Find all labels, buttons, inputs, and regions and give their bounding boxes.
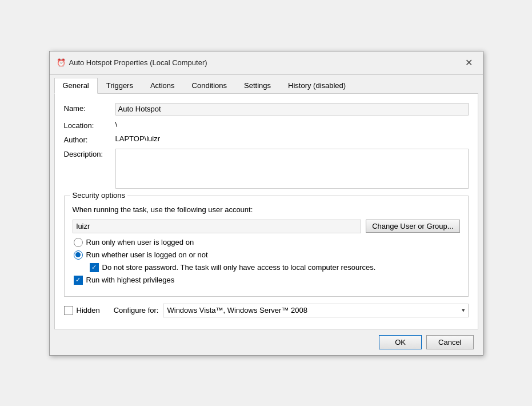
dialog-window: ⏰ Auto Hotspot Properties (Local Compute… — [49, 51, 483, 356]
location-row: Location: \ — [64, 120, 469, 130]
radio-logged-on-row[interactable]: Run only when user is logged on — [73, 238, 460, 247]
tab-history[interactable]: History (disabled) — [279, 78, 354, 94]
configure-for-select[interactable]: Windows Vista™, Windows Server™ 2008 Win… — [163, 304, 468, 317]
hidden-label: Hidden — [77, 306, 100, 315]
user-account-row: Change User or Group... — [73, 220, 460, 233]
user-account-input[interactable] — [73, 220, 362, 233]
configure-for-label: Configure for: — [114, 306, 159, 315]
hidden-checkbox[interactable] — [64, 306, 73, 315]
description-label: Description: — [64, 149, 115, 158]
close-button[interactable]: ✕ — [462, 56, 476, 70]
tab-triggers[interactable]: Triggers — [98, 78, 142, 94]
highest-privileges-label: Run with highest privileges — [86, 276, 175, 284]
location-value: \ — [115, 120, 469, 129]
footer: OK Cancel — [50, 329, 483, 355]
tab-general[interactable]: General — [54, 78, 98, 94]
radio-not-logged-on-label: Run whether user is logged on or not — [86, 250, 208, 259]
author-value: LAPTOP\luizr — [115, 134, 469, 143]
highest-privileges-checkbox[interactable] — [74, 276, 83, 285]
change-user-button[interactable]: Change User or Group... — [366, 220, 459, 233]
author-row: Author: LAPTOP\luizr — [64, 134, 469, 144]
title-bar: ⏰ Auto Hotspot Properties (Local Compute… — [50, 51, 483, 75]
name-label: Name: — [64, 103, 115, 113]
name-input[interactable] — [115, 103, 469, 116]
highest-privileges-row[interactable]: Run with highest privileges — [73, 276, 460, 285]
title-bar-left: ⏰ Auto Hotspot Properties (Local Compute… — [57, 58, 207, 67]
account-description: When running the task, use the following… — [73, 205, 460, 214]
radio-not-logged-on-row[interactable]: Run whether user is logged on or not — [73, 250, 460, 260]
do-not-store-password-label: Do not store password. The task will onl… — [102, 263, 376, 272]
radio-not-logged-on[interactable] — [74, 250, 83, 260]
cancel-button[interactable]: Cancel — [426, 335, 473, 349]
security-options-section: Security options When running the task, … — [64, 196, 469, 297]
ok-button[interactable]: OK — [379, 335, 422, 349]
author-label: Author: — [64, 134, 115, 144]
radio-logged-on-label: Run only when user is logged on — [86, 238, 194, 246]
name-row: Name: — [64, 103, 469, 116]
radio-logged-on[interactable] — [74, 238, 83, 247]
do-not-store-password-checkbox[interactable] — [90, 263, 99, 272]
description-input[interactable] — [115, 149, 469, 189]
tab-settings[interactable]: Settings — [235, 78, 279, 94]
do-not-store-password-row[interactable]: Do not store password. The task will onl… — [89, 263, 460, 272]
hidden-checkbox-row[interactable]: Hidden — [64, 306, 100, 315]
tab-conditions[interactable]: Conditions — [183, 78, 235, 94]
configure-for-wrapper: Windows Vista™, Windows Server™ 2008 Win… — [163, 304, 468, 317]
sub-checkbox-row: Do not store password. The task will onl… — [73, 263, 460, 272]
tab-actions[interactable]: Actions — [142, 78, 183, 94]
tab-bar: General Triggers Actions Conditions Sett… — [50, 75, 483, 93]
tab-content: Name: Location: \ Author: LAPTOP\luizr D… — [54, 93, 478, 329]
security-options-title: Security options — [70, 191, 128, 200]
dialog-icon: ⏰ — [57, 58, 66, 67]
location-label: Location: — [64, 120, 115, 130]
description-row: Description: — [64, 149, 469, 189]
bottom-row: Hidden Configure for: Windows Vista™, Wi… — [64, 304, 469, 317]
dialog-title: Auto Hotspot Properties (Local Computer) — [69, 58, 207, 67]
